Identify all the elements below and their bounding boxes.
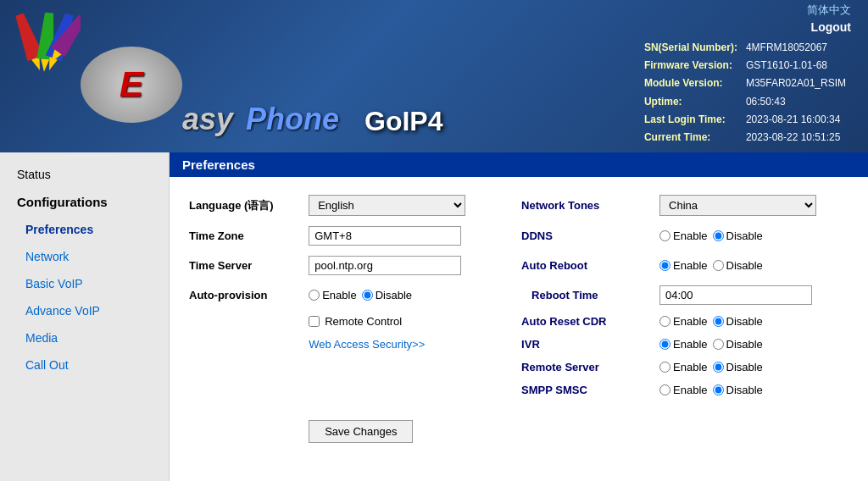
logo-area: E asy Phone	[0, 0, 356, 152]
preferences-form: Language (语言) English Chinese Network To…	[182, 190, 855, 448]
device-info-table: SN(Serial Number): 4MFRM18052067 Firmwar…	[639, 38, 851, 147]
current-time-label: Current Time:	[641, 130, 741, 146]
mod-label: Module Version:	[641, 75, 741, 91]
smpp-smsc-disable-radio[interactable]: Disable	[713, 384, 763, 396]
fw-value: GST1610-1.01-68	[743, 58, 849, 74]
svg-marker-3	[40, 58, 49, 72]
auto-reset-cdr-label: Auto Reset CDR	[515, 310, 653, 333]
sidebar-item-network[interactable]: Network	[0, 243, 169, 270]
sidebar-item-call-out[interactable]: Call Out	[0, 351, 169, 379]
reboot-time-cell	[653, 280, 855, 310]
language-select[interactable]: English Chinese	[309, 195, 465, 216]
network-tones-select[interactable]: China USA UK	[659, 195, 816, 216]
timezone-input[interactable]	[309, 226, 461, 246]
save-changes-button[interactable]: Save Changes	[309, 420, 413, 443]
uptime-label: Uptime:	[641, 94, 741, 110]
timezone-cell	[302, 221, 487, 251]
ivr-disable-radio[interactable]: Disable	[713, 338, 763, 351]
smpp-smsc-label: SMPP SMSC	[515, 379, 653, 401]
sn-label: SN(Serial Number):	[641, 40, 741, 56]
sidebar-item-preferences[interactable]: Preferences	[0, 216, 169, 243]
timeserver-cell	[302, 251, 487, 280]
remote-server-cell: Enable Disable	[653, 356, 855, 379]
remote-control-checkbox[interactable]	[309, 316, 320, 327]
product-name: GoIP4	[364, 106, 442, 137]
auto-reset-cdr-disable-radio[interactable]: Disable	[713, 315, 763, 328]
logo-phone-text: Phone	[246, 102, 339, 137]
auto-reboot-label: Auto Reboot	[515, 251, 653, 280]
ddns-cell: Enable Disable	[653, 221, 855, 251]
auto-reboot-disable-radio[interactable]: Disable	[713, 259, 763, 272]
ddns-enable-radio[interactable]: Enable	[659, 229, 707, 242]
ddns-label: DDNS	[515, 221, 653, 251]
ddns-disable-radio[interactable]: Disable	[713, 229, 763, 242]
remote-server-enable-radio[interactable]: Enable	[659, 361, 707, 373]
auto-reboot-cell: Enable Disable	[653, 251, 855, 280]
sidebar-item-media[interactable]: Media	[0, 324, 169, 351]
autoprovision-enable-radio[interactable]: Enable	[309, 289, 356, 301]
autoprovision-label: Auto-provision	[182, 280, 302, 310]
remote-control-cell: Remote Control	[302, 310, 487, 333]
content-body: Language (语言) English Chinese Network To…	[170, 177, 868, 461]
auto-reset-cdr-cell: Enable Disable	[653, 310, 855, 333]
autoprovision-cell: Enable Disable	[302, 280, 487, 310]
timeserver-input[interactable]	[309, 256, 461, 275]
auto-reset-cdr-enable-radio[interactable]: Enable	[659, 315, 707, 328]
mod-value: M35FAR02A01_RSIM	[743, 75, 849, 91]
timezone-label: Time Zone	[182, 221, 302, 251]
logo-circle: E	[81, 47, 182, 123]
remote-control-label: Remote Control	[325, 315, 402, 328]
smpp-smsc-enable-radio[interactable]: Enable	[659, 384, 707, 396]
main-container: Status Configurations Preferences Networ…	[0, 152, 868, 481]
smpp-smsc-cell: Enable Disable	[653, 379, 855, 401]
ivr-cell: Enable Disable	[653, 333, 855, 356]
last-login-value: 2023-08-21 16:00:34	[743, 112, 849, 128]
logo-easy-text: asy	[182, 102, 233, 137]
uptime-value: 06:50:43	[743, 94, 849, 110]
language-label: Language (语言)	[182, 190, 302, 221]
logo-pencils-icon	[13, 8, 81, 76]
sidebar-item-basic-voip[interactable]: Basic VoIP	[0, 270, 169, 297]
reboot-time-label: Reboot Time	[515, 280, 653, 310]
timeserver-label: Time Server	[182, 251, 302, 280]
logout-link[interactable]: Logout	[811, 20, 851, 34]
autoprovision-disable-radio[interactable]: Disable	[362, 289, 412, 301]
language-field-cell: English Chinese	[302, 190, 487, 221]
network-tones-cell: China USA UK	[653, 190, 855, 221]
reboot-time-input[interactable]	[659, 285, 812, 305]
sidebar-item-advance-voip[interactable]: Advance VoIP	[0, 297, 169, 324]
ivr-enable-radio[interactable]: Enable	[659, 338, 707, 351]
web-access-link[interactable]: Web Access Security>>	[309, 338, 425, 351]
sidebar-item-configurations[interactable]: Configurations	[0, 188, 169, 216]
web-access-cell: Web Access Security>>	[302, 333, 487, 356]
fw-label: Firmware Version:	[641, 58, 741, 74]
current-time-value: 2023-08-22 10:51:25	[743, 130, 849, 146]
sn-value: 4MFRM18052067	[743, 40, 849, 56]
auto-reboot-enable-radio[interactable]: Enable	[659, 259, 707, 272]
content-area: Preferences Language (语言) English C	[170, 152, 868, 481]
last-login-label: Last Login Time:	[641, 112, 741, 128]
remote-server-label: Remote Server	[515, 356, 653, 379]
header: E asy Phone GoIP4 简体中文 Logout SN(Serial …	[0, 0, 868, 152]
logo-e-letter: E	[120, 64, 143, 105]
ivr-label: IVR	[515, 333, 653, 356]
lang-link[interactable]: 简体中文	[807, 3, 851, 16]
sidebar-item-status[interactable]: Status	[0, 161, 169, 188]
remote-server-disable-radio[interactable]: Disable	[713, 361, 763, 373]
network-tones-label: Network Tones	[515, 190, 653, 221]
sidebar: Status Configurations Preferences Networ…	[0, 152, 170, 481]
